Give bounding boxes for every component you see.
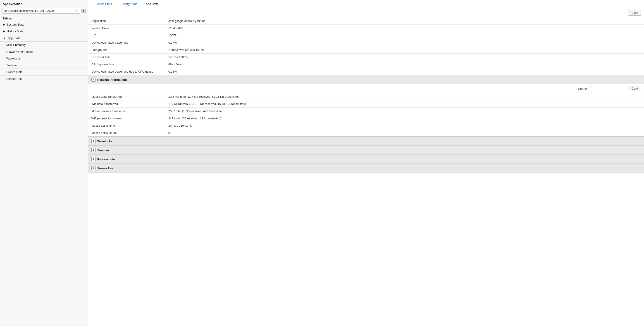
app-select-box[interactable]: com.google.android.youtube (Uid: 10078) … [2, 8, 80, 13]
app-info-table: Applicationcom.google.android.youtubeVer… [88, 17, 644, 75]
app-selection-label: App Selection [0, 0, 88, 7]
system-stats-label: System Stats [7, 23, 24, 26]
table-row: Version Code110456640 [88, 25, 644, 32]
row-label: Wifi data transferred [88, 100, 165, 108]
sidebar-item-system-stats[interactable]: ▶ System Stats [0, 21, 88, 28]
table-row: CPU system time48s 45ms [88, 61, 644, 68]
tab-app-stats[interactable]: App Stats [142, 0, 162, 8]
top-copy-button[interactable]: Copy [628, 10, 641, 15]
row-value: 0.03% [165, 68, 644, 75]
sensor-use-title: Sensor Use: [97, 167, 114, 170]
row-label: Mobile data transferred [88, 93, 165, 100]
row-value: com.google.android.youtube [165, 17, 644, 25]
app-stats-label: App Stats [8, 36, 20, 40]
network-copy-button[interactable]: Copy [628, 86, 641, 91]
services-label: Services [6, 63, 18, 67]
table-row: Device estimated power use0.27% [88, 39, 644, 46]
wakelocks-label: Wakelocks [6, 57, 20, 60]
table-row: Mobile active time1m 47s 289.41ms [88, 122, 644, 129]
app-stats-arrow: ▼ [3, 37, 6, 39]
process-info-header[interactable]: + Process info: [88, 155, 644, 164]
tables-label: Tables [0, 15, 88, 21]
network-information-toggle[interactable]: − [92, 78, 96, 82]
app-select-clear[interactable]: × [76, 9, 78, 12]
row-value: 110456640 [165, 25, 644, 32]
row-label: CPU system time [88, 61, 165, 68]
sidebar-subitem-network-information[interactable]: Network Information [0, 48, 88, 55]
table-row: Mobile data transferred1.85 MB total (1.… [88, 93, 644, 100]
process-info-title: Process info: [97, 158, 116, 161]
sensor-use-label: Sensor Use [6, 77, 22, 80]
table-row: Device estimated power use due to CPU us… [88, 68, 644, 75]
wakelocks-header[interactable]: + Wakelocks: [88, 137, 644, 146]
network-information-label: Network Information [6, 50, 32, 53]
row-value: 1.85 MB total (1.77 MB received, 83.16 K… [165, 93, 644, 100]
row-value: 1m 47s 289.41ms [165, 122, 644, 129]
table-row: Wifi packets transferred243 total (130 r… [88, 115, 644, 122]
system-stats-arrow: ▶ [3, 23, 5, 26]
search-label: Search: [578, 87, 588, 90]
sidebar-item-history-stats[interactable]: ▶ History Stats [0, 28, 88, 35]
row-label: Mobile active time [88, 122, 165, 129]
row-label: UID [88, 32, 165, 39]
network-information-content: Search: Copy Mobile data transferred1.85… [88, 84, 644, 137]
app-info-table-container: Applicationcom.google.android.youtubeVer… [88, 17, 644, 75]
table-row: Foreground1 times over 5m 35s 161ms [88, 46, 644, 54]
row-label: Device estimated power use [88, 39, 165, 46]
app-select-value: com.google.android.youtube (Uid: 10078) [4, 9, 76, 12]
wakelocks-title: Wakelocks: [97, 140, 113, 143]
network-search-row: Search: Copy [88, 84, 644, 93]
table-row: Mobile active count8 [88, 129, 644, 137]
row-label: Mobile active count [88, 129, 165, 137]
row-value: 1m 16s 170ms [165, 54, 644, 61]
misc-summary-label: Misc Summary [6, 43, 26, 46]
row-label: Foreground [88, 46, 165, 54]
row-label: CPU user time [88, 54, 165, 61]
sensor-use-header[interactable]: + Sensor Use: [88, 164, 644, 173]
tab-history-stats[interactable]: History Stats [116, 0, 142, 8]
row-label: Application [88, 17, 165, 25]
process-info-toggle[interactable]: + [92, 157, 96, 161]
row-value: 2007 total (1535 received, 472 transmitt… [165, 108, 644, 115]
row-label: Device estimated power use due to CPU us… [88, 68, 165, 75]
sidebar-item-app-stats[interactable]: ▼ App Stats [0, 35, 88, 41]
services-toggle[interactable]: + [92, 148, 96, 152]
sidebar-subitem-misc-summary[interactable]: Misc Summary [0, 41, 88, 48]
row-label: Version Code [88, 25, 165, 32]
sensor-use-toggle[interactable]: + [92, 166, 96, 170]
network-information-title: Network Information: [97, 78, 127, 81]
sidebar-subitem-services[interactable]: Services [0, 62, 88, 68]
row-value: 8 [165, 129, 644, 137]
history-stats-label: History Stats [7, 30, 24, 33]
main-content: Copy Applicationcom.google.android.youtu… [88, 8, 644, 327]
row-value: 1 times over 5m 35s 161ms [165, 46, 644, 54]
tab-system-stats[interactable]: System Stats [90, 0, 116, 8]
app-select-dropdown[interactable]: ▼ [81, 9, 86, 13]
table-row: Applicationcom.google.android.youtube [88, 17, 644, 25]
row-value: 48s 45ms [165, 61, 644, 68]
sidebar-subitem-process-info[interactable]: Process info [0, 68, 88, 75]
network-search-input[interactable] [590, 86, 626, 91]
sidebar: App Selection com.google.android.youtube… [0, 0, 88, 327]
row-value: 117.61 KB total (102.18 KB received, 15.… [165, 100, 644, 108]
sidebar-subitem-sensor-use[interactable]: Sensor Use [0, 75, 88, 82]
table-row: Wifi data transferred117.61 KB total (10… [88, 100, 644, 108]
history-stats-arrow: ▶ [3, 30, 5, 33]
table-row: CPU user time1m 16s 170ms [88, 54, 644, 61]
process-info-label: Process info [6, 70, 23, 74]
sidebar-subitem-wakelocks[interactable]: Wakelocks [0, 55, 88, 62]
wakelocks-toggle[interactable]: + [92, 139, 96, 143]
row-label: Mobile packets transferred [88, 108, 165, 115]
main-panel: System Stats History Stats App Stats Cop… [88, 0, 644, 327]
row-label: Wifi packets transferred [88, 115, 165, 122]
services-header[interactable]: + Services: [88, 146, 644, 155]
top-copy-row: Copy [88, 8, 644, 17]
network-information-header[interactable]: − Network Information: [88, 75, 644, 84]
tabs-bar: System Stats History Stats App Stats [88, 0, 644, 8]
row-value: 0.27% [165, 39, 644, 46]
services-title: Services: [97, 149, 110, 152]
row-value: 243 total (130 received, 113 transmitted… [165, 115, 644, 122]
row-value: 10078 [165, 32, 644, 39]
table-row: Mobile packets transferred2007 total (15… [88, 108, 644, 115]
table-row: UID10078 [88, 32, 644, 39]
